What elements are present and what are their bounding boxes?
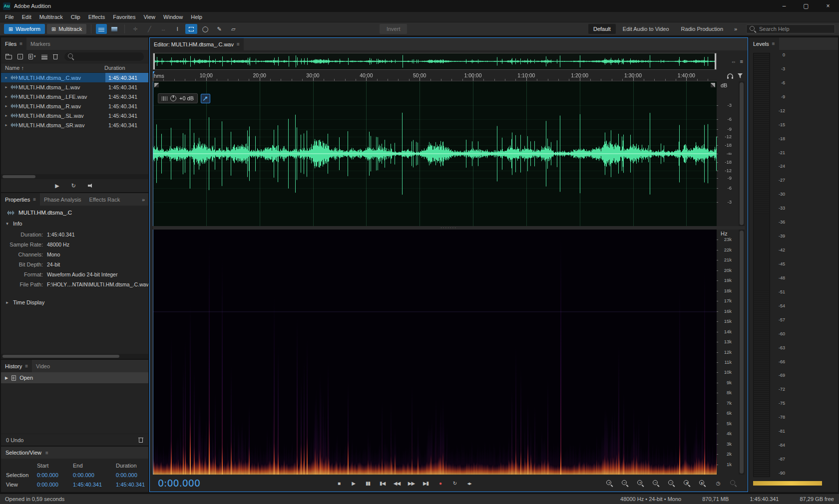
timer-button[interactable]: ◷ xyxy=(712,478,724,488)
clear-history-trash-icon[interactable] xyxy=(138,437,143,443)
pause-button[interactable]: ▮▮ xyxy=(362,478,374,488)
spot-healing-brush-tool[interactable]: ▱ xyxy=(227,24,239,34)
tab-history[interactable]: History ≡ xyxy=(1,360,32,372)
overview-right-handle[interactable] xyxy=(715,53,716,69)
play-button[interactable]: ▶ xyxy=(347,478,360,488)
selview-selection-duration[interactable]: 0:00.000 xyxy=(116,470,152,480)
stop-button[interactable]: ■ xyxy=(333,478,345,488)
workspace-overflow-button[interactable]: » xyxy=(730,26,741,32)
tab-video[interactable]: Video xyxy=(32,360,54,372)
paintbrush-selection-tool[interactable]: ✎ xyxy=(213,24,225,34)
preview-play-button[interactable]: ▶ xyxy=(55,183,59,189)
menu-multitrack[interactable]: Multitrack xyxy=(35,14,67,20)
tab-markers[interactable]: Markers xyxy=(26,37,54,50)
tab-files[interactable]: Files ≡ xyxy=(1,37,26,50)
search-help-input[interactable]: Search Help xyxy=(746,24,835,33)
history-item[interactable]: ▶Open xyxy=(1,372,148,383)
gain-knob-icon[interactable] xyxy=(170,95,176,101)
corner-widget-left-icon[interactable] xyxy=(154,83,159,87)
overview-left-handle[interactable] xyxy=(153,53,155,69)
gain-hud-box[interactable]: +0 dB xyxy=(158,93,198,103)
file-row[interactable]: ▸MULTI.HM.dtsma_.SR.wav1:45:40.341 xyxy=(1,120,148,130)
files-horizontal-scrollbar[interactable] xyxy=(1,174,148,179)
time-selection-tool[interactable]: I xyxy=(171,24,183,34)
expand-chevron-icon[interactable]: ▸ xyxy=(3,104,9,108)
show-waveform-display-button[interactable] xyxy=(96,24,107,34)
menu-favorites[interactable]: Favorites xyxy=(109,14,139,20)
tab-phase-analysis[interactable]: Phase Analysis xyxy=(40,193,85,206)
editor-options-icon[interactable]: ≡ xyxy=(740,58,743,64)
menu-edit[interactable]: Edit xyxy=(18,14,35,20)
tab-editor[interactable]: Editor: MULTI.HM.dtsma_.C.wav ≡ xyxy=(150,38,244,50)
monitor-headphones-icon[interactable] xyxy=(727,73,734,80)
rewind-button[interactable]: ◀◀ xyxy=(391,478,403,488)
levels-meter[interactable]: 0-3-6-9-12-15-18-21-24-27-30-33-36-39-42… xyxy=(749,50,838,492)
time-display-section-header[interactable]: ▸ Time Display xyxy=(1,297,148,308)
delete-file-button[interactable] xyxy=(53,54,58,59)
import-file-button[interactable] xyxy=(17,54,23,59)
panel-menu-icon[interactable]: ≡ xyxy=(237,41,240,47)
menu-effects[interactable]: Effects xyxy=(84,14,109,20)
new-file-button[interactable]: ▾ xyxy=(28,54,36,59)
spectrogram-canvas[interactable] xyxy=(153,230,717,475)
insert-into-multitrack-button[interactable] xyxy=(41,54,47,59)
show-spectral-display-button[interactable] xyxy=(109,24,120,34)
expand-chevron-icon[interactable]: ▸ xyxy=(3,85,9,89)
marquee-selection-tool[interactable] xyxy=(185,24,197,34)
column-header-name[interactable]: Name ↑ xyxy=(5,65,24,71)
scrollbar-thumb[interactable] xyxy=(740,231,744,474)
lasso-selection-tool[interactable]: ◯ xyxy=(199,24,211,34)
panel-menu-icon[interactable]: ≡ xyxy=(772,41,775,46)
overview-navigator[interactable] xyxy=(153,53,717,70)
menu-view[interactable]: View xyxy=(139,14,159,20)
zoom-to-selection-button[interactable]: ▫ xyxy=(665,478,678,488)
spectral-frequency-display[interactable] xyxy=(153,230,717,475)
pin-hud-button[interactable] xyxy=(201,94,210,103)
skip-to-start-button[interactable]: ▮◀ xyxy=(376,478,389,488)
waveform-display[interactable]: +0 dB xyxy=(153,81,717,226)
selview-selection-start[interactable]: 0:00.000 xyxy=(37,470,73,480)
multitrack-view-button[interactable]: ⊞ Multitrack xyxy=(47,24,86,34)
playhead-time-display[interactable]: 0:00.000 xyxy=(158,478,233,489)
selview-view-start[interactable]: 0:00.000 xyxy=(37,480,73,489)
waveform-canvas[interactable] xyxy=(153,81,717,226)
zoom-in-button[interactable]: + xyxy=(603,478,616,488)
record-button[interactable]: ● xyxy=(434,478,446,488)
zoom-selection-in-point-button[interactable]: ◂ xyxy=(681,478,693,488)
panel-menu-icon[interactable]: ≡ xyxy=(25,363,28,369)
loop-preview-button[interactable]: ↻ xyxy=(71,183,76,189)
maximize-button[interactable]: ▢ xyxy=(795,0,817,12)
menu-window[interactable]: Window xyxy=(159,14,187,20)
loop-playback-button[interactable]: ↻ xyxy=(448,478,461,488)
scrollbar-thumb[interactable] xyxy=(2,175,35,178)
fast-forward-button[interactable]: ▶▶ xyxy=(405,478,418,488)
scrollbar-thumb[interactable] xyxy=(2,355,119,358)
file-row[interactable]: ▸MULTI.HM.dtsma_.C.wav1:45:40.341 xyxy=(1,73,148,82)
expand-chevron-icon[interactable]: ▸ xyxy=(3,113,9,118)
zoom-selection-out-point-button[interactable]: ▸ xyxy=(696,478,709,488)
skip-selection-button[interactable]: ◂▸ xyxy=(463,478,475,488)
menu-clip[interactable]: Clip xyxy=(67,14,84,20)
open-file-button[interactable] xyxy=(5,53,12,59)
panel-menu-icon[interactable]: ≡ xyxy=(19,41,22,46)
panel-overflow-button[interactable]: » xyxy=(138,193,148,206)
selview-selection-end[interactable]: 0:00.000 xyxy=(73,470,116,480)
column-header-duration[interactable]: Duration xyxy=(101,65,144,71)
file-row[interactable]: ▸MULTI.HM.dtsma_.R.wav1:45:40.341 xyxy=(1,101,148,111)
properties-horizontal-scrollbar[interactable] xyxy=(1,354,148,359)
selview-view-duration[interactable]: 1:45:40.341 xyxy=(116,480,152,489)
selview-view-end[interactable]: 1:45:40.341 xyxy=(73,480,116,489)
tab-effects-rack[interactable]: Effects Rack xyxy=(85,193,124,206)
menu-file[interactable]: File xyxy=(1,14,18,20)
spectral-vertical-scrollbar[interactable] xyxy=(739,230,745,475)
auto-play-speaker-icon[interactable] xyxy=(88,183,94,189)
file-row[interactable]: ▸MULTI.HM.dtsma_.SL.wav1:45:40.341 xyxy=(1,111,148,120)
zoom-out-horizontal-button[interactable]: − xyxy=(650,478,662,488)
file-row[interactable]: ▸MULTI.HM.dtsma_.LFE.wav1:45:40.341 xyxy=(1,92,148,101)
panel-menu-icon[interactable]: ≡ xyxy=(45,450,48,456)
close-button[interactable]: × xyxy=(817,0,839,12)
info-section-header[interactable]: ▾ Info xyxy=(1,218,148,229)
tab-levels[interactable]: Levels ≡ xyxy=(749,37,779,50)
menu-help[interactable]: Help xyxy=(187,14,206,20)
waveform-view-button[interactable]: ⊞ Waveform xyxy=(4,24,45,34)
